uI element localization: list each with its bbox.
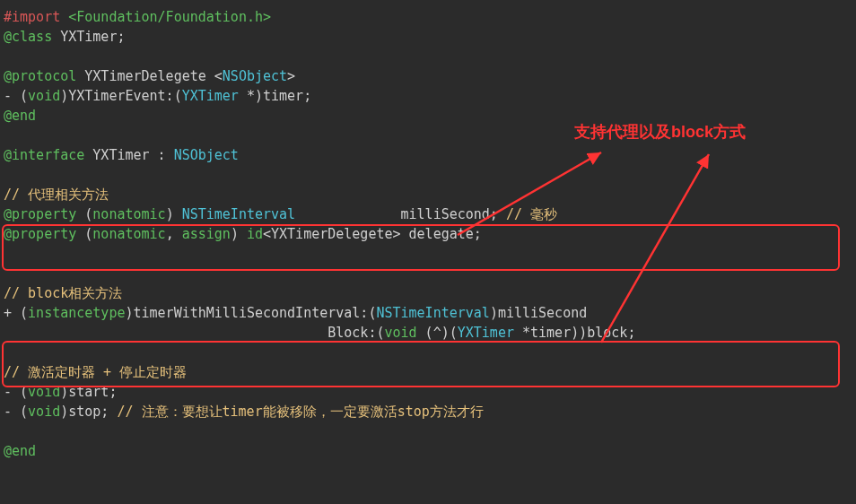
comment-delegate: // 代理相关方法 <box>4 187 109 203</box>
protocol-decl: YXTimerDelegete < <box>76 68 223 84</box>
instancetype-keyword: instancetype <box>28 305 125 321</box>
import-keyword: #import <box>4 9 68 25</box>
class-keyword: @class <box>4 29 52 45</box>
comment-ms: // 毫秒 <box>506 206 557 222</box>
void-type: void <box>28 88 60 104</box>
comment-stop-note: // 注意：要想让timer能被移除，一定要激活stop方法才行 <box>117 404 483 420</box>
end-keyword: @end <box>4 108 36 124</box>
property-keyword: @property <box>4 226 76 242</box>
end-keyword: @end <box>4 443 36 459</box>
interface-keyword: @interface <box>4 147 84 163</box>
annotation-text: 支持代理以及block方式 <box>574 121 746 143</box>
nsobject-type: NSObject <box>223 68 287 84</box>
yxtimer-type: YXTimer <box>182 88 239 104</box>
class-name: YXTimer; <box>52 29 125 45</box>
import-path: <Foundation/Foundation.h> <box>68 9 271 25</box>
property-keyword: @property <box>4 206 76 222</box>
comment-block: // block相关方法 <box>4 285 122 301</box>
protocol-keyword: @protocol <box>4 68 76 84</box>
nstimeinterval-type: NSTimeInterval <box>182 206 295 222</box>
code-block: #import <Foundation/Foundation.h> @class… <box>0 0 856 468</box>
nsobject-type: NSObject <box>174 147 239 163</box>
comment-activate: // 激活定时器 + 停止定时器 <box>4 364 187 380</box>
